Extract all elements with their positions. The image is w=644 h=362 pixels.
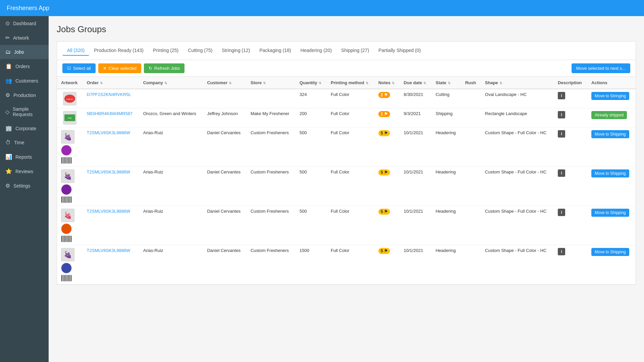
company-cell: Arias-Ruiz <box>139 127 203 167</box>
tab-cutting[interactable]: Cutting (75) <box>183 46 217 56</box>
sidebar-label-jobs: Jobs <box>14 49 24 55</box>
actions-cell: Already shipped <box>587 108 636 127</box>
settings-icon: ⚙ <box>5 183 10 189</box>
col-order[interactable]: Order⇅ <box>83 77 139 89</box>
sidebar-item-dashboard[interactable]: ⊙ Dashboard <box>0 16 49 31</box>
flag-icon: ⚑ <box>384 249 388 253</box>
move-to-shipping-button[interactable]: Move to Shipping <box>591 209 629 217</box>
sidebar-item-production[interactable]: ⚙ Production <box>0 88 49 102</box>
refresh-jobs-button[interactable]: ↻ Refresh Jobs <box>144 63 185 73</box>
notes-badge: 1 ⚑ <box>378 111 390 117</box>
sidebar: ⊙ Dashboard ✏ Artwork 🗂 Jobs 📋 Orders 👥 … <box>0 16 49 362</box>
sidebar-label-time: Time <box>14 140 24 145</box>
sidebar-item-reviews[interactable]: ⭐ Reviews <box>0 164 49 178</box>
printing-method-cell: Full Color <box>327 167 374 206</box>
move-to-shipping-button[interactable]: Move to Shipping <box>591 248 629 256</box>
refresh-jobs-label: Refresh Jobs <box>154 66 180 71</box>
col-notes[interactable]: Notes⇅ <box>374 77 400 89</box>
notes-cell: 5 ⚑ <box>374 206 400 245</box>
order-link[interactable]: 5BSHBR4K8W4MR587 <box>87 111 133 116</box>
sidebar-item-time[interactable]: ⏱ Time <box>0 136 49 150</box>
order-link[interactable]: T2SMLV8SK3L9886W <box>87 130 130 135</box>
sidebar-item-corporate[interactable]: 🏢 Corporate <box>0 121 49 136</box>
artwork-thumbnail: 🍇 <box>61 248 74 261</box>
artwork-cell: 🍇 <box>61 169 79 203</box>
col-quantity[interactable]: Quantity⇅ <box>296 77 327 89</box>
move-selected-next-button[interactable]: Move selected to next s... <box>572 63 630 73</box>
select-all-label: Select all <box>73 66 91 71</box>
clear-selected-button[interactable]: ✕ Clear selected <box>98 63 141 73</box>
col-rush[interactable]: Rush <box>461 77 481 89</box>
refresh-icon: ↻ <box>149 66 152 71</box>
col-store[interactable]: Store⇅ <box>247 77 296 89</box>
tab-partially-shipped[interactable]: Partially Shipped (0) <box>374 46 425 56</box>
checkbox-icon: ☑ <box>67 66 71 71</box>
select-all-button[interactable]: ☑ Select all <box>62 63 96 73</box>
info-button[interactable]: i <box>558 130 565 138</box>
move-to-stringing-button[interactable]: Move to Stringing <box>591 92 629 100</box>
order-link[interactable]: T2SMLV8SK3L9886W <box>87 169 130 174</box>
tab-packaging[interactable]: Packaging (18) <box>255 46 296 56</box>
company-cell: Arias-Ruiz <box>139 206 203 245</box>
flag-icon: ⚑ <box>384 209 388 214</box>
shape-cell: Custom Shape - Full Color - HC <box>481 206 554 245</box>
tab-stringing[interactable]: Stringing (12) <box>217 46 255 56</box>
col-description: Description <box>554 77 587 89</box>
flag-icon: ⚑ <box>384 131 388 136</box>
sidebar-item-artwork[interactable]: ✏ Artwork <box>0 31 49 45</box>
col-shape[interactable]: Shape⇅ <box>481 77 554 89</box>
sidebar-item-reports[interactable]: 📊 Reports <box>0 150 49 164</box>
order-link[interactable]: D7PF2S2KN4RVKR5L <box>87 92 131 97</box>
col-printing-method[interactable]: Printing method⇅ <box>327 77 374 89</box>
move-to-shipping-button[interactable]: Move to Shipping <box>591 169 629 177</box>
order-link[interactable]: T2SMLV8SK3L9886W <box>87 209 130 214</box>
already-shipped-button[interactable]: Already shipped <box>591 111 627 119</box>
info-button[interactable]: i <box>558 209 565 216</box>
state-cell: Cutting <box>432 89 461 108</box>
tab-shipping[interactable]: Shipping (27) <box>336 46 374 56</box>
order-link[interactable]: T2SMLV8SK3L9886W <box>87 248 130 253</box>
col-due-date[interactable]: Due date⇅ <box>400 77 432 89</box>
tab-production-ready[interactable]: Production Ready (143) <box>89 46 148 56</box>
info-button[interactable]: i <box>558 111 565 118</box>
sidebar-item-sample-requests[interactable]: ◇ Sample Requests <box>0 102 49 121</box>
sidebar-label-customers: Customers <box>15 78 38 84</box>
flag-icon: ⚑ <box>384 112 388 116</box>
clear-icon: ✕ <box>103 66 107 71</box>
rush-cell <box>461 245 481 285</box>
quantity-cell: 324 <box>296 89 327 108</box>
sidebar-label-corporate: Corporate <box>15 126 36 131</box>
col-customer[interactable]: Customer⇅ <box>203 77 247 89</box>
tab-printing[interactable]: Printing (25) <box>148 46 183 56</box>
sample-requests-icon: ◇ <box>5 109 9 115</box>
filter-tabs: All (320) Production Ready (143) Printin… <box>57 41 636 60</box>
notes-badge: 2 ⚑ <box>378 92 390 98</box>
sidebar-item-settings[interactable]: ⚙ Settings <box>0 178 49 193</box>
notes-badge: 5 ⚑ <box>378 248 390 254</box>
col-state[interactable]: State⇅ <box>432 77 461 89</box>
artwork-icon: ✏ <box>5 35 10 41</box>
table-row: 🍇 T2SMLV8SK3L9886 <box>57 245 636 285</box>
printing-method-cell: Full Color <box>327 108 374 127</box>
main-content: Jobs Groups All (320) Production Ready (… <box>49 16 644 362</box>
shape-cell: Custom Shape - Full Color - HC <box>481 127 554 167</box>
info-button[interactable]: i <box>558 169 565 177</box>
printing-method-cell: Full Color <box>327 127 374 167</box>
artwork-thumbnail: 🍇 <box>61 130 74 144</box>
info-button[interactable]: i <box>558 92 565 99</box>
tab-all[interactable]: All (320) <box>62 46 89 56</box>
table-row: 🍇 T2SMLV8SK3L9886 <box>57 206 636 245</box>
actions-cell: Move to Stringing <box>587 89 636 108</box>
artwork-cell: PINE <box>61 111 79 124</box>
col-company[interactable]: Company⇅ <box>139 77 203 89</box>
state-cell: Headering <box>432 127 461 167</box>
tab-headering[interactable]: Headering (20) <box>296 46 336 56</box>
artwork-thumbnail: FRESH <box>63 92 76 105</box>
info-button[interactable]: i <box>558 248 565 255</box>
notes-cell: 2 ⚑ <box>374 89 400 108</box>
sidebar-item-jobs[interactable]: 🗂 Jobs <box>0 45 49 59</box>
sidebar-item-customers[interactable]: 👥 Customers <box>0 73 49 88</box>
svg-text:FRESH: FRESH <box>66 98 73 100</box>
sidebar-item-orders[interactable]: 📋 Orders <box>0 59 49 73</box>
move-to-shipping-button[interactable]: Move to Shipping <box>591 130 629 138</box>
